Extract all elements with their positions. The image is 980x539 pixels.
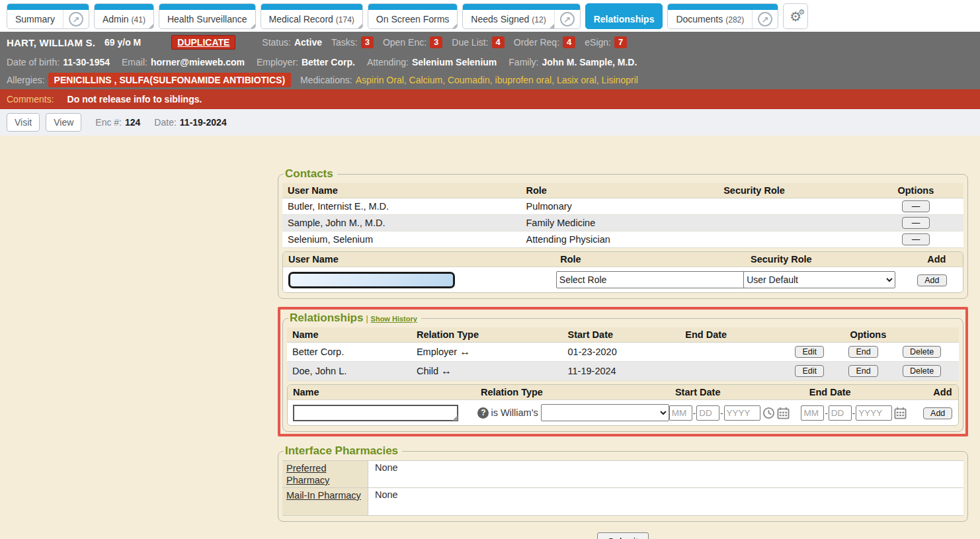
add-contact-button[interactable]: Add [917,274,946,286]
delete-relationship-button[interactable]: Delete [903,346,941,358]
add-relationship-header: Name Relation Type Start Date End Date A… [288,385,958,400]
tasks-badge[interactable]: 3 [361,36,374,48]
tab-medical-record-label-area[interactable]: Medical Record (174) [261,4,362,28]
due-list-badge[interactable]: 4 [492,36,505,48]
bidirectional-arrow-icon: ↔ [441,365,452,376]
add-contact-security-role-select[interactable]: User Default [743,271,895,288]
attending-pair: Attending: Selenium Selenium [367,57,497,67]
relationships-header-name: Name [287,327,411,342]
dob-value: 11-30-1954 [63,57,110,67]
tab-relationships[interactable]: Relationships [585,3,663,29]
allergies-value[interactable]: PENICILLINS , SULFA(SULFONAMIDE ANTIBIOT… [48,73,291,87]
tab-summary-popout[interactable]: ↗ [63,4,89,28]
preferred-pharmacy-link[interactable]: Preferred Pharmacy [286,463,329,485]
tab-label: Health Surveillance [167,14,247,24]
contacts-table-header: User Name Role Security Role Options [282,183,963,198]
open-enc-label: Open Enc: [383,37,427,48]
medications-label: Medications: [300,75,352,85]
add-relationship-box: Name Relation Type Start Date End Date A… [287,384,959,426]
tab-documents[interactable]: Documents (282) ↗ [667,3,778,29]
dropdown-fold-icon [149,24,153,28]
show-history-link[interactable]: Show History [371,315,417,323]
relationships-header-end-date: End Date [680,327,777,342]
contacts-header-security-role: Security Role [718,183,868,198]
main-content: Contacts User Name Role Security Role Op… [0,136,980,539]
contacts-header-options: Options [868,183,963,198]
delete-relationship-button[interactable]: Delete [903,365,941,377]
submit-button[interactable]: Submit [597,532,649,539]
email-value: horner@mieweb.com [151,57,245,67]
edit-relationship-button[interactable]: Edit [795,346,824,358]
end-date-year-input[interactable] [856,405,892,421]
calendar-icon[interactable] [777,407,790,419]
status-pair: Status: Active [262,37,322,48]
contact-role: Attending Physician [521,233,719,246]
remove-contact-button[interactable]: — [902,200,930,212]
tab-documents-popout[interactable]: ↗ [752,4,778,28]
legend-separator: | [366,314,368,323]
employer-pair: Employer: Better Corp. [257,57,355,67]
settings-tab[interactable]: ⚙⚙ [783,3,808,29]
tab-label: Documents [676,14,723,24]
pharmacies-title: Interface Pharmacies [285,444,398,457]
end-relationship-button[interactable]: End [848,346,878,358]
tab-needs-signed[interactable]: Needs Signed (12) ↗ [462,3,580,29]
edit-relationship-button[interactable]: Edit [795,365,824,377]
visit-button[interactable]: Visit [7,113,40,132]
start-date-day-input[interactable] [696,405,719,421]
relationship-name-input[interactable] [293,405,458,421]
tab-count: (282) [725,15,744,24]
contacts-title: Contacts [285,167,333,180]
start-date-year-input[interactable] [724,405,760,421]
popout-icon: ↗ [69,12,83,26]
comments-value: Do not release info to siblings. [67,94,202,104]
tab-needs-signed-label-area[interactable]: Needs Signed (12) [463,4,553,28]
start-date-month-input[interactable] [669,405,692,421]
relationship-row: Doe, John L. Child ↔ 11-19-2024 Edit End… [287,362,959,381]
medications-value[interactable]: Aspirin Oral, Calcium, Coumadin, ibuprof… [356,75,638,85]
family-label: Family: [509,57,538,67]
tab-relationships-label-area[interactable]: Relationships [586,4,663,28]
tab-on-screen-forms-label-area[interactable]: On Screen Forms [368,4,457,28]
patient-header-row-2: Date of birth: 11-30-1954 Email: horner@… [0,53,980,71]
add-contact-header-user-name: User Name [283,252,555,267]
tab-label: Relationships [594,14,655,24]
help-icon[interactable]: ? [477,407,489,419]
enc-number-label: Enc #: [95,117,122,128]
add-relationship-row: ? is William's -- -- [288,400,958,425]
tab-medical-record[interactable]: Medical Record (174) [261,3,363,29]
date-separator: - [693,408,696,418]
medications-pair: Medications: Aspirin Oral, Calcium, Coum… [300,75,638,85]
esign-badge[interactable]: 7 [614,36,627,48]
end-date-day-input[interactable] [829,405,852,421]
end-relationship-button[interactable]: End [848,365,878,377]
contact-user-name: Butler, Internist E., M.D. [282,200,521,213]
view-button[interactable]: View [46,113,81,132]
tab-documents-label-area[interactable]: Documents (282) [668,4,752,28]
add-relationship-button[interactable]: Add [923,407,952,419]
clock-icon[interactable] [762,407,775,419]
tab-needs-signed-popout[interactable]: ↗ [554,4,580,28]
status-label: Status: [262,37,291,48]
tab-health-surveillance[interactable]: Health Surveillance [159,3,256,29]
add-contact-user-name-input[interactable] [288,272,455,288]
tab-label: On Screen Forms [376,14,449,24]
duplicate-flag[interactable]: DUPLICATE [171,35,235,50]
relationship-start-date: 11-19-2024 [563,364,680,378]
open-enc-badge[interactable]: 3 [430,36,442,48]
tab-health-surveillance-label-area[interactable]: Health Surveillance [159,4,255,28]
enc-number-value: 124 [125,117,140,128]
end-date-month-input[interactable] [801,405,824,421]
calendar-icon[interactable] [894,407,907,419]
order-req-badge[interactable]: 4 [563,36,575,48]
tab-admin[interactable]: Admin (41) [94,3,154,29]
tab-on-screen-forms[interactable]: On Screen Forms [368,3,458,29]
mail-in-pharmacy-link[interactable]: Mail-In Pharmacy [286,490,361,501]
due-list-label: Due List: [452,37,488,48]
remove-contact-button[interactable]: — [902,233,930,245]
tab-summary-label-area[interactable]: Summary [7,4,63,28]
relation-type-select[interactable] [541,404,669,421]
tab-admin-label-area[interactable]: Admin (41) [95,4,153,28]
tab-summary[interactable]: Summary ↗ [7,3,89,29]
remove-contact-button[interactable]: — [902,217,930,229]
